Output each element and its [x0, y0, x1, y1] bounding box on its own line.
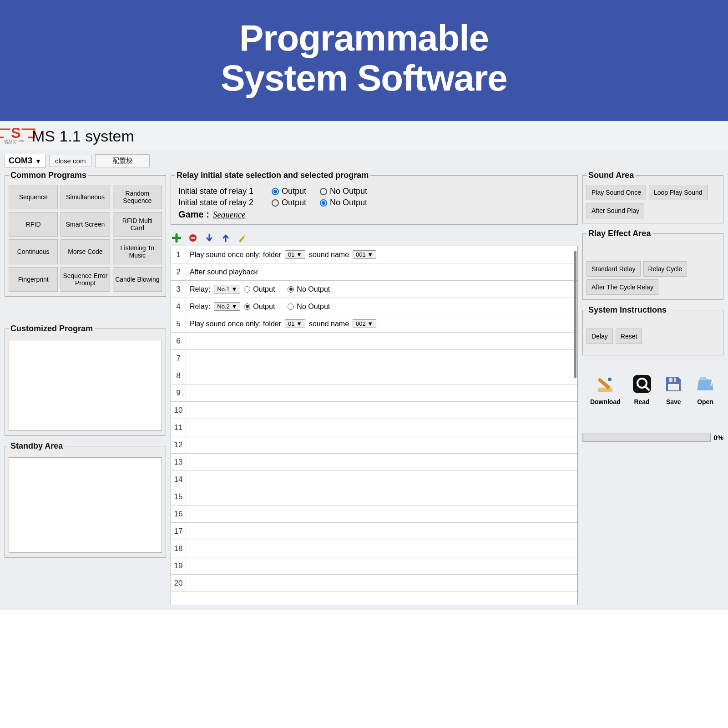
relay-cycle-button[interactable]: Relay Cycle: [643, 261, 688, 277]
row-content: [186, 367, 577, 384]
wand-icon[interactable]: [237, 233, 247, 243]
prog-fingerprint[interactable]: Fingerprint: [9, 267, 58, 292]
prog-sequence-error-prompt[interactable]: Sequence Error Prompt: [61, 267, 110, 292]
delay-button[interactable]: Delay: [586, 329, 613, 344]
config-button[interactable]: 配置块: [95, 154, 150, 167]
prog-candle-blowing[interactable]: Candle Blowing: [113, 267, 162, 292]
grid-row[interactable]: 12: [171, 436, 577, 454]
row-content: Relay:No.1 ▼OutputNo Output: [186, 281, 577, 298]
row-number: 9: [171, 389, 186, 398]
caret-down-icon: ▼: [35, 157, 41, 165]
prog-listening-to-music[interactable]: Listening To Music: [113, 239, 162, 264]
remove-icon[interactable]: [188, 233, 198, 243]
grid-row[interactable]: 18: [171, 540, 577, 557]
relay1-no-output-radio[interactable]: No Output: [320, 187, 367, 196]
com-port-value: COM3: [9, 156, 32, 166]
grid-row[interactable]: 2After sound playback: [171, 263, 577, 281]
row-content: Play sound once only: folder01 ▼sound na…: [186, 246, 577, 263]
relay2-output-radio[interactable]: Output: [272, 198, 306, 207]
relay1-row: Initial state of relay 1 Output No Outpu…: [175, 187, 574, 196]
grid-row[interactable]: 15: [171, 488, 577, 506]
reset-button[interactable]: Reset: [616, 329, 642, 344]
row-content: Relay:No.2 ▼OutputNo Output: [186, 298, 577, 315]
open-button[interactable]: Open: [695, 374, 716, 405]
grid-row[interactable]: 13: [171, 454, 577, 471]
grid-row[interactable]: 14: [171, 471, 577, 488]
grid-row[interactable]: 7: [171, 350, 577, 367]
prog-sequence[interactable]: Sequence: [9, 185, 58, 209]
read-button[interactable]: Read: [632, 374, 652, 405]
svg-point-2: [244, 234, 246, 236]
prog-simultaneous[interactable]: Simultaneous: [61, 185, 110, 209]
prog-morse-code[interactable]: Morse Code: [61, 239, 110, 264]
move-up-icon[interactable]: [221, 233, 231, 243]
sound-name-select[interactable]: 001 ▼: [353, 250, 376, 259]
grid-row[interactable]: 3Relay:No.1 ▼OutputNo Output: [171, 281, 577, 298]
relay-no-output-radio[interactable]: No Output: [288, 303, 330, 311]
standby-area[interactable]: [9, 457, 162, 553]
relay-number-select[interactable]: No.1 ▼: [214, 285, 240, 293]
grid-row[interactable]: 10: [171, 402, 577, 419]
download-icon: [595, 374, 616, 394]
grid-row[interactable]: 6: [171, 333, 577, 350]
relay-no-output-radio[interactable]: No Output: [288, 285, 330, 293]
row-number: 17: [171, 527, 186, 536]
row-content: After sound playback: [186, 263, 577, 280]
download-button[interactable]: Download: [590, 374, 621, 405]
prog-continuous[interactable]: Continuous: [9, 239, 58, 264]
move-down-icon[interactable]: [204, 233, 214, 243]
row-number: 3: [171, 285, 186, 294]
add-icon[interactable]: [172, 233, 182, 243]
grid-row[interactable]: 17: [171, 523, 577, 540]
standby-area-legend: Standby Area: [9, 441, 65, 451]
standard-relay-button[interactable]: Standard Relay: [586, 261, 641, 277]
relay-initial-state-legend: Relay initial state selection and select…: [175, 171, 370, 180]
file-actions: Download Read Save: [582, 374, 723, 405]
scrollbar[interactable]: [574, 251, 576, 378]
relay-number-select[interactable]: No.2 ▼: [214, 302, 240, 311]
grid-row[interactable]: 8: [171, 367, 577, 384]
common-programs-panel: Common Programs Sequence Simultaneous Ra…: [5, 171, 166, 297]
folder-select[interactable]: 01 ▼: [285, 319, 305, 328]
close-com-button[interactable]: close com: [49, 155, 92, 167]
grid-row[interactable]: 4Relay:No.2 ▼OutputNo Output: [171, 298, 577, 315]
com-port-select[interactable]: COM3 ▼: [5, 154, 46, 168]
system-instructions-panel: System Instructions Delay Reset: [582, 305, 723, 355]
after-sound-play-button[interactable]: After Sound Play: [586, 203, 644, 218]
relay-output-radio[interactable]: Output: [244, 303, 275, 311]
row-content: [186, 488, 577, 505]
relay1-output-radio[interactable]: Output: [272, 187, 306, 196]
grid-row[interactable]: 9: [171, 384, 577, 402]
progress-bar: [582, 433, 711, 442]
grid-row[interactable]: 16: [171, 506, 577, 523]
game-row: Game : Sequence: [175, 209, 574, 220]
grid-row[interactable]: 1Play sound once only: folder01 ▼sound n…: [171, 246, 577, 263]
play-sound-once-button[interactable]: Play Sound Once: [586, 185, 646, 200]
sound-name-select[interactable]: 002 ▼: [353, 319, 376, 328]
port-toolbar: COM3 ▼ close com 配置块: [0, 151, 728, 171]
grid-row[interactable]: 5Play sound once only: folder01 ▼sound n…: [171, 315, 577, 333]
svg-point-4: [608, 378, 612, 381]
save-button[interactable]: Save: [663, 374, 684, 405]
row-content: [186, 523, 577, 540]
prog-random-sequence[interactable]: Random Sequence: [113, 185, 162, 209]
relay2-no-output-radio[interactable]: No Output: [320, 198, 367, 207]
grid-row[interactable]: 11: [171, 419, 577, 436]
row-number: 10: [171, 406, 186, 415]
prog-rfid[interactable]: RFID: [9, 212, 58, 237]
loop-play-sound-button[interactable]: Loop Play Sound: [649, 185, 708, 200]
customized-program-area[interactable]: [9, 340, 162, 431]
read-icon: [632, 374, 652, 394]
progress-row: 0%: [582, 433, 723, 442]
row-content: [186, 471, 577, 488]
folder-select[interactable]: 01 ▼: [285, 250, 305, 259]
row-number: 7: [171, 354, 186, 363]
row-number: 14: [171, 475, 186, 484]
sound-area-legend: Sound Area: [586, 171, 636, 180]
prog-rfid-multicard[interactable]: RFID Multi Card: [113, 212, 162, 237]
relay-output-radio[interactable]: Output: [244, 285, 275, 293]
prog-smart-screen[interactable]: Smart Screen: [61, 212, 110, 237]
grid-row[interactable]: 20: [171, 575, 577, 592]
after-the-cycle-relay-button[interactable]: After The Cycle Relay: [586, 279, 658, 295]
grid-row[interactable]: 19: [171, 557, 577, 575]
